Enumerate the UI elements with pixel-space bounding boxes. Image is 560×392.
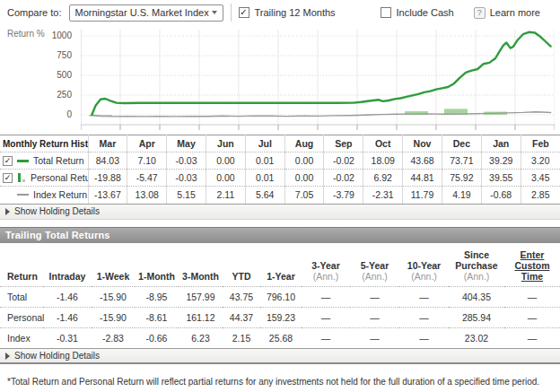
trailing-personal-value: -15.90 [92, 307, 135, 327]
show-holding-details-label: Show Holding Details [14, 206, 100, 216]
trailing-personal-value: -8.61 [135, 307, 179, 327]
personal-return-value: 44.81 [403, 170, 442, 187]
total-return-value: 3.20 [521, 152, 560, 170]
monthly-return-history-table: Monthly Return History MarAprMayJunJulAu… [0, 135, 560, 204]
trailing-index-value: 6.23 [179, 327, 223, 348]
trailing-personal-row: Personal -1.46-15.90-8.61161.1244.37159.… [0, 307, 560, 327]
index-return-row-label: Index Return [33, 189, 87, 200]
index-return-value: -13.67 [88, 187, 127, 204]
month-column-header: Oct [363, 135, 403, 152]
benchmark-dropdown[interactable]: Morningstar U.S. Market Index [69, 4, 223, 22]
return-line-chart [81, 30, 555, 133]
include-cash-checkbox[interactable] [381, 7, 391, 18]
personal-return-checkbox[interactable]: ✓ [3, 173, 13, 183]
y-tick: 1000 [39, 30, 72, 40]
trailing-personal-value: 44.37 [223, 307, 260, 327]
trailing-personal-value: — [399, 307, 449, 327]
divider [231, 4, 232, 22]
month-column-header: Feb [521, 135, 560, 152]
y-tick: 500 [39, 70, 72, 80]
personal-return-value: 0.01 [245, 170, 284, 187]
ten-year-column-header: 10-Year(Ann.) [399, 243, 449, 287]
trailing-index-value: -2.83 [92, 327, 135, 348]
expand-arrow-icon [5, 208, 10, 215]
personal-return-value: 0.00 [206, 170, 245, 187]
total-return-value: 43.68 [403, 152, 442, 170]
three-year-column-header: 3-Year(Ann.) [302, 243, 350, 287]
total-return-value: 0.00 [284, 152, 324, 170]
trailing-total-row: Total -1.46-15.90-8.95157.9943.75796.10—… [0, 286, 560, 307]
index-return-value: 2.85 [521, 187, 560, 204]
trailing-header-row: Return Intraday 1-Week 1-Month 3-Month Y… [0, 243, 560, 287]
trailing-personal-value: 159.23 [260, 307, 302, 327]
trailing-index-value: -0.66 [135, 327, 179, 348]
return-chart: Return % 1000 750 500 250 0 [0, 25, 560, 135]
include-cash-label: Include Cash [397, 7, 454, 18]
month-column-header: Jul [245, 135, 284, 152]
month-column-header: Jun [206, 135, 245, 152]
personal-return-value: -0.02 [324, 170, 363, 187]
trailing-index-value: 25.68 [260, 327, 302, 348]
trailing-index-value: — [302, 327, 350, 348]
trailing-total-value: -8.95 [135, 286, 179, 307]
trailing-index-value: 2.15 [223, 327, 260, 348]
personal-return-row-label: Personal Return [31, 172, 88, 183]
trailing-total-value: 404.35 [449, 286, 504, 307]
trailing-index-row: Index -0.31-2.83-0.666.232.1525.68———23.… [0, 327, 560, 348]
trailing-total-value: — [350, 286, 399, 307]
personal-return-value: 0.00 [284, 170, 324, 187]
show-holding-details-label: Show Holding Details [14, 351, 100, 361]
month-column-header: Jan [481, 135, 521, 152]
learn-more-label: Learn more [490, 7, 540, 18]
enter-custom-time-link[interactable]: Enter Custom Time [506, 249, 558, 282]
index-return-value: 5.15 [167, 187, 206, 204]
total-return-checkbox[interactable]: ✓ [3, 156, 13, 166]
index-return-line-legend-icon [17, 194, 29, 196]
total-return-value: 0.00 [206, 152, 245, 170]
personal-return-row: ✓ Personal Return -19.88-5.47-0.030.000.… [0, 170, 560, 187]
month-column-header: Nov [403, 135, 442, 152]
trailing-12-months-checkbox[interactable]: ✓ [239, 7, 249, 18]
learn-more-link[interactable]: ? Learn more [474, 7, 540, 19]
trailing-index-value: — [350, 327, 399, 348]
trailing-personal-value: — [350, 307, 399, 327]
y-tick: 0 [39, 109, 72, 119]
index-return-value: 13.08 [127, 187, 167, 204]
show-holding-details-toggle-top[interactable]: Show Holding Details [0, 204, 560, 220]
show-holding-details-toggle-bottom[interactable]: Show Holding Details [0, 348, 560, 364]
month-column-header: Mar [88, 135, 127, 152]
trailing-total-value: 157.99 [179, 286, 223, 307]
chart-toolbar: Compare to: Morningstar U.S. Market Inde… [0, 0, 560, 25]
total-return-value: 39.29 [481, 152, 521, 170]
help-icon: ? [474, 7, 486, 19]
total-return-row-label: Total Return [33, 155, 84, 166]
three-month-column-header: 3-Month [179, 243, 223, 287]
trailing-personal-value: 285.94 [449, 307, 504, 327]
ytd-column-header: YTD [223, 243, 260, 287]
trailing-total-value: 43.75 [223, 286, 260, 307]
total-return-value: 18.09 [363, 152, 403, 170]
personal-return-value: 75.92 [442, 170, 481, 187]
trailing-index-value: 23.02 [449, 327, 504, 348]
total-return-value: -0.02 [324, 152, 363, 170]
benchmark-dropdown-value: Morningstar U.S. Market Index [75, 7, 209, 18]
index-return-value: -0.68 [481, 187, 521, 204]
return-column-header: Return [0, 243, 43, 287]
five-year-column-header: 5-Year(Ann.) [350, 243, 399, 287]
total-return-value: 73.71 [442, 152, 481, 170]
trailing-row-label: Total [0, 286, 43, 307]
trailing-personal-value: — [302, 307, 350, 327]
total-return-line-legend-icon [17, 160, 29, 162]
index-return-value: 11.79 [403, 187, 442, 204]
personal-return-value: 39.55 [481, 170, 521, 187]
personal-return-value: 6.92 [363, 170, 403, 187]
y-tick: 750 [39, 50, 72, 60]
month-column-header: Apr [127, 135, 167, 152]
compare-to-label: Compare to: [7, 7, 62, 18]
trailing-row-label: Index [0, 327, 43, 348]
trailing-index-value: — [504, 327, 560, 348]
trailing-total-returns-header: Trailing Total Returns [0, 227, 560, 243]
monthly-history-title: Monthly Return History [0, 135, 88, 152]
total-return-value: 7.10 [127, 152, 167, 170]
index-return-value: 7.05 [284, 187, 324, 204]
